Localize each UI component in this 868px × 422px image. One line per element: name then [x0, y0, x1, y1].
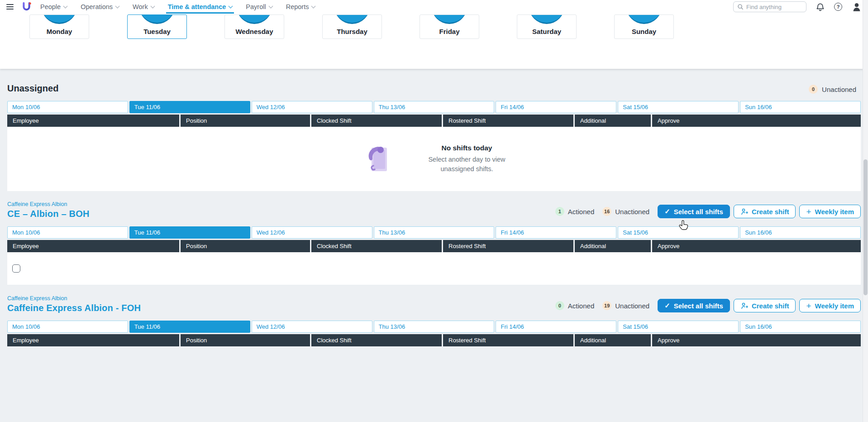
- date-tab-wed-12-06[interactable]: Wed 12/06: [252, 101, 372, 113]
- select-all-shifts-button[interactable]: ✓ Select all shifts: [658, 205, 730, 218]
- unactioned-count-badge: 16: [602, 207, 611, 216]
- day-progress-arc: [42, 14, 77, 24]
- date-tab-thu-13-06[interactable]: Thu 13/06: [374, 101, 495, 113]
- column-header-rostered-shift: Rostered Shift: [443, 240, 573, 252]
- actioned-count-badge: 0: [555, 301, 564, 310]
- scrollbar-thumb[interactable]: [863, 159, 868, 295]
- column-header-rostered-shift: Rostered Shift: [443, 334, 573, 346]
- user-avatar[interactable]: [852, 2, 862, 12]
- nav-menu: PeopleOperationsWorkTime & attendancePay…: [40, 0, 315, 14]
- person-plus-icon: [740, 302, 748, 310]
- section-title[interactable]: Caffeine Express Albion - FOH: [7, 303, 141, 313]
- date-tab-thu-13-06[interactable]: Thu 13/06: [374, 321, 495, 333]
- person-plus-icon: [740, 208, 748, 216]
- date-tab-sat-15-06[interactable]: Sat 15/06: [618, 226, 739, 239]
- top-nav: PeopleOperationsWorkTime & attendancePay…: [0, 0, 868, 14]
- weekly-item-button[interactable]: + Weekly item: [799, 205, 861, 218]
- location-link[interactable]: Caffeine Express Albion: [7, 295, 141, 302]
- actioned-count-badge: 1: [555, 207, 564, 216]
- empty-state-line2: unassigned shifts.: [428, 164, 505, 174]
- nav-item-label: Time & attendance: [168, 3, 226, 10]
- create-shift-button[interactable]: Create shift: [734, 205, 796, 218]
- notifications-bell-icon[interactable]: [816, 3, 825, 11]
- select-all-shifts-button[interactable]: ✓ Select all shifts: [658, 299, 730, 312]
- app-logo[interactable]: [22, 2, 31, 12]
- nav-item-people[interactable]: People: [40, 0, 67, 14]
- chevron-down-icon: [63, 4, 68, 8]
- chevron-down-icon: [268, 4, 273, 8]
- section-title[interactable]: CE – Albion – BOH: [7, 209, 90, 219]
- row-checkbox[interactable]: [12, 264, 20, 273]
- search-icon: [737, 4, 744, 10]
- date-tab-wed-12-06[interactable]: Wed 12/06: [252, 226, 372, 239]
- unactioned-label: Unactioned: [615, 208, 649, 216]
- chevron-down-icon: [311, 4, 316, 8]
- date-tab-wed-12-06[interactable]: Wed 12/06: [252, 321, 372, 333]
- day-progress-arc: [334, 14, 370, 24]
- foh-date-tabs: Mon 10/06Tue 11/06Wed 12/06Thu 13/06Fri …: [7, 321, 861, 333]
- day-card-tuesday[interactable]: Tuesday: [127, 14, 187, 39]
- create-shift-button[interactable]: Create shift: [734, 299, 796, 312]
- date-tab-sun-16-06[interactable]: Sun 16/06: [740, 101, 861, 113]
- date-tab-sat-15-06[interactable]: Sat 15/06: [618, 101, 739, 113]
- day-card-label: Monday: [47, 28, 72, 35]
- column-header-position: Position: [181, 240, 310, 252]
- hamburger-menu-icon[interactable]: [6, 4, 14, 10]
- main-content: Unassigned 0 Unactioned Mon 10/06Tue 11/…: [0, 69, 868, 422]
- column-header-position: Position: [181, 115, 310, 127]
- day-card-thursday[interactable]: Thursday: [322, 14, 382, 39]
- nav-item-label: People: [40, 3, 61, 10]
- day-card-sunday[interactable]: Sunday: [614, 14, 674, 39]
- date-tab-fri-14-06[interactable]: Fri 14/06: [496, 226, 616, 239]
- nav-item-label: Reports: [286, 3, 309, 10]
- nav-item-reports[interactable]: Reports: [286, 0, 315, 14]
- weekly-item-button[interactable]: + Weekly item: [799, 299, 861, 312]
- column-header-additional: Additional: [575, 334, 651, 346]
- check-icon: ✓: [664, 302, 670, 310]
- date-tab-tue-11-06[interactable]: Tue 11/06: [129, 101, 250, 113]
- date-tab-tue-11-06[interactable]: Tue 11/06: [129, 226, 250, 239]
- day-card-label: Tuesday: [143, 28, 171, 35]
- date-tab-fri-14-06[interactable]: Fri 14/06: [496, 321, 616, 333]
- column-header-approve: Approve: [652, 240, 861, 252]
- column-header-clocked-shift: Clocked Shift: [311, 334, 442, 346]
- column-header-additional: Additional: [575, 240, 651, 252]
- date-tab-sat-15-06[interactable]: Sat 15/06: [618, 321, 739, 333]
- column-header-clocked-shift: Clocked Shift: [311, 240, 442, 252]
- unactioned-label: Unactioned: [822, 86, 856, 93]
- date-tab-mon-10-06[interactable]: Mon 10/06: [7, 226, 128, 239]
- column-header-employee: Employee: [7, 240, 179, 252]
- unassigned-table-header: EmployeePositionClocked ShiftRostered Sh…: [7, 115, 861, 127]
- nav-item-time-attendance[interactable]: Time & attendance: [168, 0, 233, 14]
- vertical-scrollbar[interactable]: [863, 0, 868, 422]
- date-tab-mon-10-06[interactable]: Mon 10/06: [7, 101, 128, 113]
- nav-item-payroll[interactable]: Payroll: [246, 0, 272, 14]
- date-tab-mon-10-06[interactable]: Mon 10/06: [7, 321, 128, 333]
- day-card-label: Friday: [439, 28, 459, 35]
- nav-item-work[interactable]: Work: [133, 0, 154, 14]
- day-card-wednesday[interactable]: Wednesday: [224, 14, 284, 39]
- day-card-saturday[interactable]: Saturday: [517, 14, 577, 39]
- date-tab-tue-11-06[interactable]: Tue 11/06: [129, 321, 250, 333]
- empty-state-title: No shifts today: [428, 144, 505, 152]
- date-tab-thu-13-06[interactable]: Thu 13/06: [374, 226, 495, 239]
- global-search[interactable]: [733, 1, 806, 12]
- chevron-down-icon: [150, 4, 155, 8]
- column-header-approve: Approve: [652, 115, 861, 127]
- help-icon[interactable]: ?: [834, 3, 842, 11]
- unassigned-empty-state: No shifts today Select another day to vi…: [7, 127, 861, 191]
- chevron-down-icon: [229, 4, 233, 8]
- column-header-rostered-shift: Rostered Shift: [443, 115, 573, 127]
- day-card-label: Wednesday: [235, 28, 273, 35]
- search-input[interactable]: [746, 4, 798, 10]
- day-card-monday[interactable]: Monday: [29, 14, 89, 39]
- nav-item-operations[interactable]: Operations: [81, 0, 119, 14]
- day-card-friday[interactable]: Friday: [420, 14, 479, 39]
- date-tab-sun-16-06[interactable]: Sun 16/06: [740, 321, 861, 333]
- section-boh-header: Caffeine Express Albion CE – Albion – BO…: [7, 201, 861, 219]
- table-row: [7, 252, 861, 285]
- date-tab-sun-16-06[interactable]: Sun 16/06: [740, 226, 861, 239]
- date-tab-fri-14-06[interactable]: Fri 14/06: [496, 101, 616, 113]
- location-link[interactable]: Caffeine Express Albion: [7, 201, 90, 207]
- unassigned-section-header: Unassigned 0 Unactioned: [7, 83, 861, 94]
